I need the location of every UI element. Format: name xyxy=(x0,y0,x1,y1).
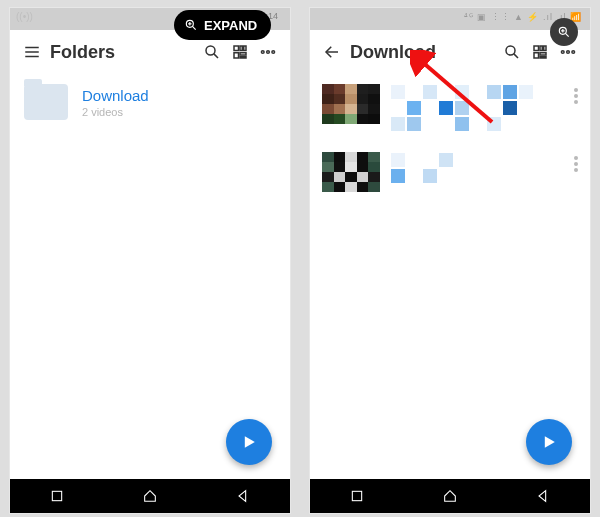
page-title: Folders xyxy=(50,42,115,63)
video-title-blur xyxy=(390,152,500,184)
search-icon[interactable] xyxy=(198,38,226,66)
play-fab[interactable] xyxy=(526,419,572,465)
phone-download-screen: ⁴ᴳ ▣ ⋮⋮ ▲ ⚡ .ıl .ıl 📶 Download xyxy=(310,8,590,513)
svg-point-12 xyxy=(267,51,270,54)
item-more-icon[interactable] xyxy=(574,156,578,172)
svg-rect-14 xyxy=(52,491,61,500)
back-icon[interactable] xyxy=(234,487,252,505)
item-more-icon[interactable] xyxy=(574,88,578,104)
folder-icon xyxy=(24,84,68,120)
svg-rect-10 xyxy=(240,57,246,59)
expand-button[interactable]: EXPAND xyxy=(174,10,271,40)
svg-rect-25 xyxy=(534,53,539,58)
svg-rect-23 xyxy=(540,46,542,51)
hamburger-menu-icon[interactable] xyxy=(18,38,46,66)
folder-subtitle: 2 videos xyxy=(82,106,149,118)
folder-list: Download 2 videos xyxy=(10,74,290,454)
view-toggle-icon[interactable] xyxy=(526,38,554,66)
page-title: Download xyxy=(350,42,436,63)
status-bar: ⁴ᴳ ▣ ⋮⋮ ▲ ⚡ .ıl .ıl 📶 xyxy=(310,8,590,30)
video-title-blur xyxy=(390,84,540,132)
svg-point-13 xyxy=(272,51,275,54)
recent-apps-icon[interactable] xyxy=(48,487,66,505)
home-icon[interactable] xyxy=(441,487,459,505)
svg-point-11 xyxy=(261,51,264,54)
folder-row-download[interactable]: Download 2 videos xyxy=(10,74,290,120)
back-icon[interactable] xyxy=(534,487,552,505)
video-row-2[interactable] xyxy=(310,142,590,202)
svg-point-30 xyxy=(572,51,575,54)
more-icon[interactable] xyxy=(254,38,282,66)
svg-rect-26 xyxy=(540,53,546,55)
video-list xyxy=(310,74,590,454)
svg-line-21 xyxy=(514,54,518,58)
play-fab[interactable] xyxy=(226,419,272,465)
phone-folders-screen: ((•)) 0:14 Folders Download 2 videos xyxy=(10,8,290,513)
svg-rect-9 xyxy=(240,53,246,55)
expand-label: EXPAND xyxy=(204,18,257,33)
back-arrow-icon[interactable] xyxy=(318,38,346,66)
video-row-1[interactable] xyxy=(310,74,590,142)
video-thumbnail xyxy=(322,84,380,124)
folder-name: Download xyxy=(82,87,149,104)
broadcast-icon: ((•)) xyxy=(16,11,33,22)
svg-line-16 xyxy=(192,26,195,29)
home-icon[interactable] xyxy=(141,487,159,505)
svg-point-3 xyxy=(206,46,215,55)
android-nav-bar xyxy=(10,479,290,513)
search-icon[interactable] xyxy=(498,38,526,66)
svg-line-4 xyxy=(214,54,218,58)
svg-rect-7 xyxy=(244,46,246,51)
android-nav-bar xyxy=(310,479,590,513)
svg-rect-8 xyxy=(234,53,239,58)
svg-rect-6 xyxy=(240,46,242,51)
video-thumbnail xyxy=(322,152,380,192)
zoom-button[interactable] xyxy=(550,18,578,46)
svg-rect-27 xyxy=(540,57,546,59)
view-toggle-icon[interactable] xyxy=(226,38,254,66)
recent-apps-icon[interactable] xyxy=(348,487,366,505)
svg-point-29 xyxy=(567,51,570,54)
svg-rect-24 xyxy=(544,46,546,51)
svg-rect-22 xyxy=(534,46,539,51)
svg-rect-5 xyxy=(234,46,239,51)
svg-rect-31 xyxy=(352,491,361,500)
app-bar: Download xyxy=(310,30,590,74)
svg-point-20 xyxy=(506,46,515,55)
svg-point-28 xyxy=(561,51,564,54)
svg-line-34 xyxy=(565,33,568,36)
